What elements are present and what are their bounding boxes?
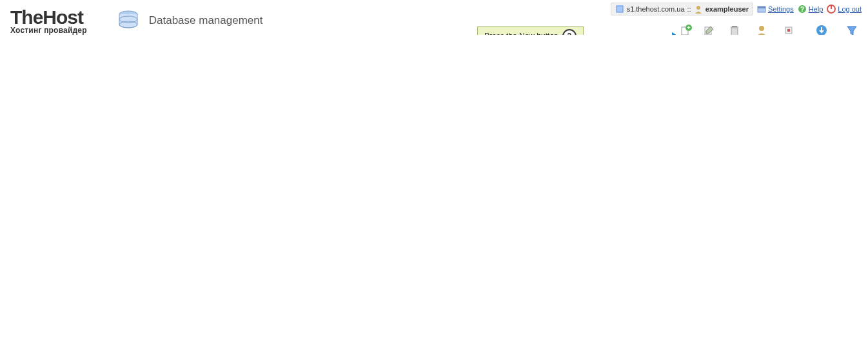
svg-point-17 bbox=[759, 26, 764, 31]
help-link[interactable]: ? Help bbox=[798, 5, 824, 14]
filter-button[interactable]: Filter bbox=[842, 22, 862, 35]
users-button[interactable]: Users bbox=[751, 22, 773, 35]
download-button[interactable]: Download bbox=[804, 22, 838, 35]
site-logo: TheHost Хостинг провайдер bbox=[10, 6, 87, 35]
repair-button[interactable]: Repair bbox=[776, 22, 800, 35]
settings-link[interactable]: Settings bbox=[757, 5, 794, 14]
tutorial-callout-2: Press the New button 2 bbox=[477, 26, 678, 35]
svg-rect-15 bbox=[731, 28, 738, 35]
svg-text:+: + bbox=[687, 25, 690, 31]
page-title: Database management bbox=[149, 14, 263, 27]
svg-point-1 bbox=[696, 6, 700, 10]
svg-text:?: ? bbox=[800, 6, 804, 13]
new-button[interactable]: + New bbox=[676, 22, 696, 35]
server-host: s1.thehost.com.ua bbox=[627, 5, 685, 13]
server-info: s1.thehost.com.ua :: exampleuser bbox=[611, 3, 753, 15]
delete-button[interactable]: Delete bbox=[723, 22, 747, 35]
edit-button[interactable]: Edit bbox=[700, 22, 719, 35]
database-icon bbox=[115, 8, 141, 34]
svg-rect-3 bbox=[758, 6, 765, 8]
svg-rect-0 bbox=[616, 6, 623, 12]
current-user: exampleuser bbox=[705, 5, 749, 13]
logout-link[interactable]: Log out bbox=[827, 5, 862, 14]
